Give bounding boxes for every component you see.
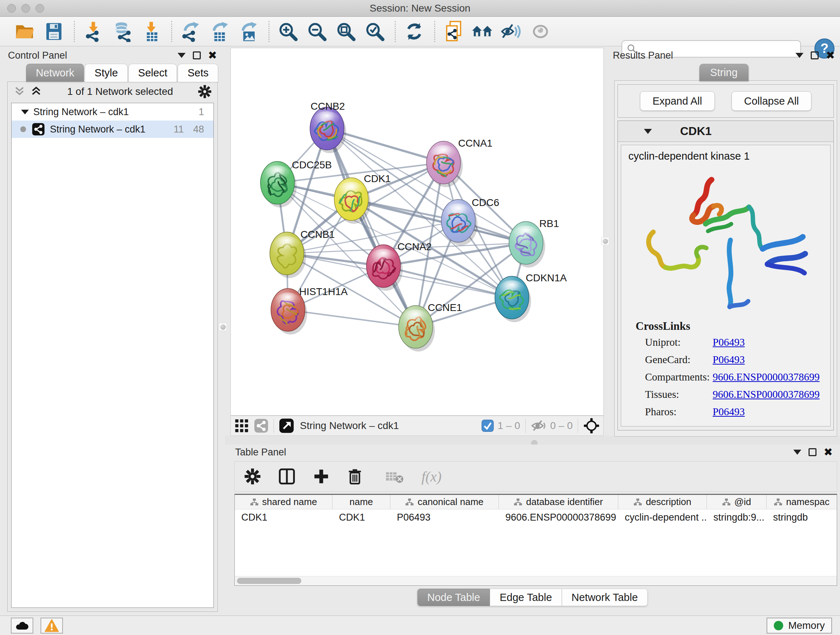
tab-string[interactable]: String (699, 64, 748, 81)
zoom-fit-button[interactable] (335, 20, 357, 43)
tab-style[interactable]: Style (85, 64, 127, 82)
delete-column-trash-icon[interactable] (347, 468, 363, 485)
crosslink-row: Compartments: 9606.ENSP00000378699 (645, 371, 710, 383)
show-all-button[interactable] (529, 20, 552, 43)
protein-node-ccna1[interactable] (426, 141, 463, 187)
cell-namespace[interactable]: stringdb (767, 512, 837, 523)
network-share-icon (32, 123, 45, 136)
tab-node-table[interactable]: Node Table (417, 589, 490, 606)
column-header-database-identifier[interactable]: database identifier (499, 495, 618, 509)
import-network-file-button[interactable] (82, 20, 104, 43)
left-divider-grip[interactable] (219, 323, 227, 331)
hidden-eye-slash-icon (531, 419, 546, 432)
close-window-button[interactable] (7, 4, 16, 13)
window-title: Session: New Session (370, 3, 471, 14)
maximize-window-button[interactable] (35, 4, 44, 13)
crosslink-row: GeneCard: P06493 (645, 354, 691, 366)
tab-network[interactable]: Network (26, 64, 84, 82)
column-label: description (646, 496, 691, 508)
tab-edge-table[interactable]: Edge Table (490, 589, 562, 606)
add-column-plus-icon[interactable] (313, 468, 330, 485)
crosslink-link[interactable]: 9606.ENSP00000378699 (713, 388, 820, 401)
network-view-toolbar: String Network – cdk1 1 – 0 0 – 0 (231, 416, 604, 436)
import-network-database-button[interactable] (111, 20, 134, 43)
expand-all-button[interactable]: Expand All (640, 91, 715, 111)
column-header-shared-name[interactable]: shared name (235, 495, 332, 509)
selected-checkbox-icon[interactable] (482, 420, 494, 432)
crosslink-link[interactable]: P06493 (713, 336, 745, 348)
table-settings-gear-icon[interactable] (244, 468, 261, 485)
cell-description[interactable]: cyclin-dependent ... (618, 512, 707, 523)
import-table-button[interactable] (140, 20, 163, 43)
tab-sets[interactable]: Sets (178, 64, 218, 82)
first-neighbors-button[interactable] (442, 20, 465, 43)
column-header-name[interactable]: name (332, 495, 390, 509)
gear-icon[interactable] (198, 85, 212, 98)
expand-all-icon[interactable] (30, 86, 42, 97)
save-session-button[interactable] (43, 20, 65, 43)
string-network-graph[interactable]: CCNB2CCNA1CDC25BCDK1CDC6RB1CCNB1CCNA2CDK… (231, 48, 603, 415)
zoom-selected-button[interactable] (363, 20, 386, 43)
panel-menu-icon[interactable] (796, 53, 804, 58)
tab-select[interactable]: Select (128, 64, 177, 82)
column-namespace-icon (722, 498, 731, 506)
network-row[interactable]: String Network – cdk1 11 48 (11, 120, 213, 138)
column-header-canonical-name[interactable]: canonical name (390, 495, 499, 509)
float-panel-icon[interactable] (808, 448, 816, 456)
scrollbar-thumb[interactable] (237, 578, 302, 584)
grid-view-icon[interactable] (234, 418, 249, 433)
panel-menu-icon[interactable] (793, 450, 801, 455)
export-image-button[interactable] (237, 20, 260, 43)
crosslink-link[interactable]: P06493 (713, 406, 745, 418)
warnings-button[interactable] (41, 618, 63, 633)
cell-canonical-name[interactable]: P06493 (390, 512, 499, 523)
float-panel-icon[interactable] (193, 51, 201, 59)
memory-button[interactable]: Memory (767, 618, 832, 633)
export-table-button[interactable] (208, 20, 231, 43)
birdseye-navigator-icon[interactable] (583, 417, 600, 434)
column-header-description[interactable]: description (618, 495, 707, 509)
cell-database-identifier[interactable]: 9606.ENSP00000378699 (499, 512, 618, 523)
close-panel-icon[interactable]: ✖ (824, 448, 833, 456)
tree-expander-icon[interactable] (20, 108, 30, 116)
cloud-status-button[interactable] (11, 618, 33, 633)
protein-node-ccnb2[interactable] (310, 107, 346, 153)
close-panel-icon[interactable]: ✖ (208, 51, 217, 59)
crosslink-link[interactable]: P06493 (713, 354, 745, 366)
detach-view-icon[interactable] (279, 418, 294, 433)
export-network-button[interactable] (180, 20, 202, 43)
panel-menu-icon[interactable] (178, 53, 186, 58)
gene-entry-header[interactable]: CDK1 (618, 121, 834, 142)
collapse-all-button[interactable]: Collapse All (731, 91, 812, 111)
column-header-id[interactable]: @id (707, 495, 767, 509)
tab-node-table-label: Node Table (427, 592, 480, 603)
toolbar-separator (434, 21, 435, 42)
zoom-out-button[interactable] (306, 20, 328, 43)
zoom-in-button[interactable] (277, 20, 299, 43)
tab-network-table[interactable]: Network Table (562, 589, 647, 606)
apply-layout-button[interactable] (403, 20, 425, 43)
open-session-button[interactable] (14, 20, 36, 43)
collapse-all-icon[interactable] (13, 86, 26, 97)
gene-entry-cdk1: CDK1 cyclin-dependent kinase 1 (617, 120, 834, 431)
network-collection-row[interactable]: String Network – cdk1 1 (11, 103, 213, 120)
home-network-button[interactable] (471, 20, 494, 43)
show-columns-icon[interactable] (278, 468, 295, 485)
cell-shared-name[interactable]: CDK1 (235, 512, 332, 523)
column-header-namespace[interactable]: namespac (767, 495, 837, 509)
minimize-window-button[interactable] (21, 4, 30, 13)
crosslink-link[interactable]: 9606.ENSP00000378699 (713, 371, 820, 383)
protein-node-cdk1[interactable] (334, 178, 370, 224)
toolbar-separator (268, 21, 270, 42)
network-canvas[interactable]: CCNB2CCNA1CDC25BCDK1CDC6RB1CCNB1CCNA2CDK… (231, 48, 604, 416)
cell-name[interactable]: CDK1 (332, 512, 390, 523)
float-panel-icon[interactable] (811, 51, 819, 59)
table-horizontal-scrollbar[interactable] (235, 576, 837, 585)
collapse-entry-icon[interactable] (644, 129, 652, 134)
toolbar-separator (171, 21, 172, 42)
close-panel-icon[interactable]: ✖ (826, 51, 835, 59)
table-row[interactable]: CDK1 CDK1 P06493 9606.ENSP00000378699 cy… (235, 509, 837, 525)
network-list-share-icon[interactable] (254, 418, 268, 433)
cell-id[interactable]: stringdb:9... (707, 512, 767, 523)
hide-selected-button[interactable] (500, 20, 523, 43)
